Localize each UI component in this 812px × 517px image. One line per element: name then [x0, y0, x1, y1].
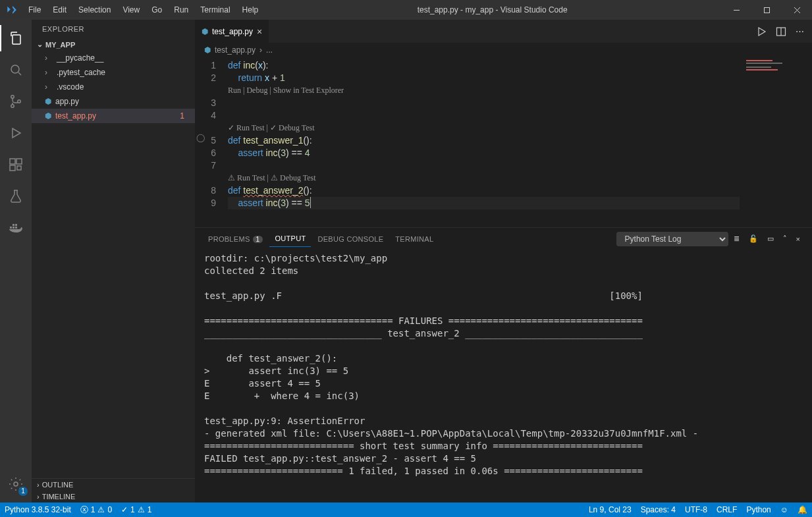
more-actions-icon[interactable]: ⋯ [796, 26, 804, 36]
settings-badge: 1 [18, 487, 28, 496]
menu-selection[interactable]: Selection [73, 3, 116, 17]
panel-tab-terminal[interactable]: TERMINAL [390, 231, 439, 247]
panel-close-icon[interactable]: × [792, 235, 804, 243]
menu-bar: File Edit Selection View Go Run Terminal… [23, 3, 263, 17]
menu-edit[interactable]: Edit [47, 3, 72, 17]
tab-close-icon[interactable]: × [257, 26, 262, 37]
panel: PROBLEMS1 OUTPUT DEBUG CONSOLE TERMINAL … [195, 227, 812, 503]
panel-collapse-icon[interactable]: ˄ [779, 234, 791, 243]
window-minimize[interactable] [721, 0, 751, 20]
explorer-icon[interactable] [0, 25, 32, 51]
python-file-icon: ⬢ [202, 27, 208, 36]
panel-tab-problems[interactable]: PROBLEMS1 [203, 231, 268, 247]
file-tree: ›__pycache__ ›.pytest_cache ›.vscode ⬢ap… [32, 51, 195, 478]
error-icon: ⓧ [80, 504, 88, 516]
python-file-icon: ⬢ [204, 45, 211, 55]
pass-icon: ✓ [121, 505, 128, 514]
menu-go[interactable]: Go [146, 3, 167, 17]
panel-tab-output[interactable]: OUTPUT [269, 231, 311, 247]
svg-rect-12 [13, 224, 14, 226]
panel-tabs: PROBLEMS1 OUTPUT DEBUG CONSOLE TERMINAL … [195, 228, 812, 250]
breadcrumbs[interactable]: ⬢ test_app.py › ... [195, 43, 812, 57]
minimap[interactable] [740, 57, 812, 227]
sidebar-title: EXPLORER [32, 20, 195, 38]
panel-filter-icon[interactable]: ≣ [730, 234, 744, 243]
tab-test-app[interactable]: ⬢ test_app.py × [195, 20, 269, 43]
panel-lock-icon[interactable]: 🔓 [745, 234, 762, 243]
status-encoding[interactable]: UTF-8 [680, 503, 712, 517]
panel-tab-debug[interactable]: DEBUG CONSOLE [312, 231, 389, 247]
output-body[interactable]: rootdir: c:\projects\test2\my_app collec… [195, 250, 812, 503]
tab-label: test_app.py [212, 27, 253, 36]
svg-rect-0 [764, 7, 769, 13]
svg-rect-7 [10, 165, 15, 171]
sidebar-root[interactable]: ⌄MY_APP [32, 38, 195, 51]
tree-folder-vscode[interactable]: ›.vscode [32, 80, 195, 94]
svg-point-2 [11, 95, 14, 98]
status-bar: Python 3.8.5 32-bit ⓧ1 ⚠0 ✓1 ⚠1 Ln 9, Co… [0, 503, 812, 517]
svg-rect-11 [15, 227, 17, 229]
outline-section[interactable]: ›OUTLINE [32, 479, 195, 491]
tab-bar: ⬢ test_app.py × ⋯ [195, 20, 812, 43]
status-problems[interactable]: ⓧ1 ⚠0 [76, 503, 117, 517]
warning-icon: ⚠ [97, 505, 105, 514]
menu-terminal[interactable]: Terminal [195, 3, 235, 17]
svg-rect-5 [10, 159, 15, 164]
tree-folder-pytest-cache[interactable]: ›.pytest_cache [32, 65, 195, 80]
svg-rect-10 [13, 227, 14, 229]
status-notifications-icon[interactable]: 🔔 [793, 503, 812, 517]
status-eol[interactable]: CRLF [712, 503, 742, 517]
tree-folder-pycache[interactable]: ›__pycache__ [32, 51, 195, 65]
svg-point-4 [18, 100, 20, 103]
search-icon[interactable] [0, 57, 32, 83]
split-editor-icon[interactable] [776, 26, 786, 37]
menu-help[interactable]: Help [237, 3, 264, 17]
svg-point-3 [11, 105, 14, 107]
status-cursor[interactable]: Ln 9, Col 23 [584, 503, 636, 517]
test-icon[interactable] [0, 183, 32, 209]
breadcrumb-sep: › [259, 45, 262, 55]
editor-area: ⬢ test_app.py × ⋯ ⬢ test_app.py › ... ◯ … [195, 20, 812, 503]
breadcrumb-more: ... [266, 45, 273, 55]
breadcrumb-file: test_app.py [215, 45, 256, 55]
svg-rect-9 [10, 227, 12, 229]
status-spaces[interactable]: Spaces: 4 [636, 503, 680, 517]
run-file-icon[interactable] [756, 26, 767, 37]
app-logo [0, 4, 23, 16]
code-content[interactable]: def inc(x): return x + 1Run | Debug | Sh… [228, 57, 812, 227]
svg-point-1 [11, 65, 19, 73]
source-control-icon[interactable] [0, 88, 32, 115]
status-python[interactable]: Python 3.8.5 32-bit [0, 503, 76, 517]
editor[interactable]: ◯ 12 34 567 89 def inc(x): return x + 1R… [195, 57, 812, 227]
tree-file-app[interactable]: ⬢app.py [32, 94, 195, 109]
run-debug-icon[interactable] [0, 120, 32, 146]
window-maximize[interactable] [751, 0, 782, 20]
extensions-icon[interactable] [0, 151, 32, 178]
sidebar: EXPLORER ⌄MY_APP ›__pycache__ ›.pytest_c… [32, 20, 195, 503]
timeline-section[interactable]: ›TIMELINE [32, 491, 195, 503]
svg-rect-8 [17, 166, 21, 170]
svg-rect-6 [16, 159, 22, 164]
activity-bar: 1 [0, 20, 32, 503]
window-close[interactable] [782, 0, 812, 20]
svg-point-14 [14, 482, 18, 486]
title-bar: File Edit Selection View Go Run Terminal… [0, 0, 812, 20]
window-title: test_app.py - my_app - Visual Studio Cod… [263, 5, 721, 14]
menu-view[interactable]: View [117, 3, 145, 17]
fail-icon: ⚠ [138, 505, 145, 514]
menu-file[interactable]: File [23, 3, 46, 17]
svg-rect-13 [15, 224, 17, 226]
menu-run[interactable]: Run [169, 3, 194, 17]
panel-clear-icon[interactable]: ▭ [763, 234, 778, 243]
status-tests[interactable]: ✓1 ⚠1 [117, 503, 156, 517]
docker-icon[interactable] [0, 215, 32, 241]
tree-file-test-app[interactable]: ⬢test_app.py1 [32, 109, 195, 123]
output-channel-select[interactable]: Python Test Log [616, 232, 728, 246]
settings-icon[interactable]: 1 [0, 471, 32, 497]
status-lang[interactable]: Python [742, 503, 775, 517]
status-feedback-icon[interactable]: ☺ [776, 503, 793, 517]
